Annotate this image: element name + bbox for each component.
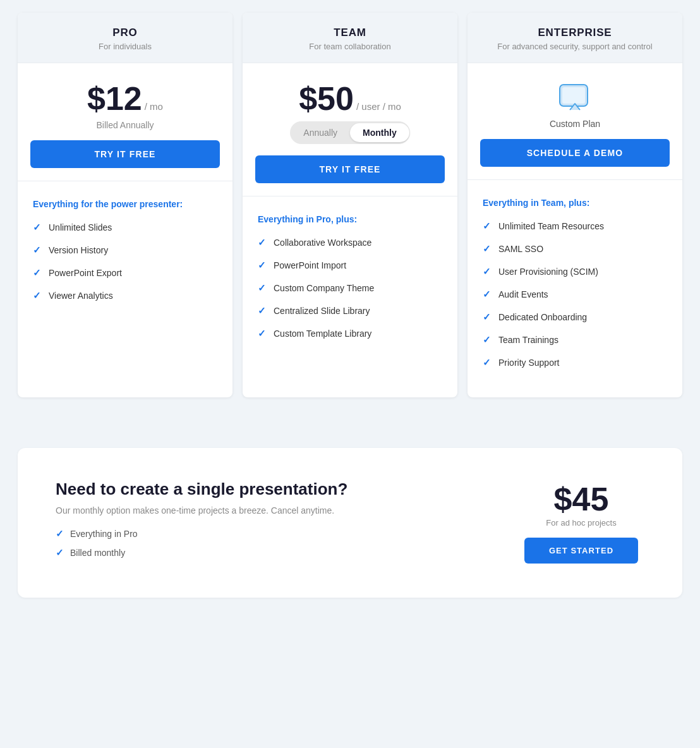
feature-label: Audit Events: [498, 289, 548, 299]
enterprise-icon: [556, 82, 594, 114]
pro-plan-header: PRO For individuals: [18, 13, 232, 63]
team-plan-pricing: $50 / user / mo Annually Monthly TRY IT …: [243, 63, 457, 196]
list-item: ✓ PowerPoint Export: [33, 267, 217, 279]
team-price: $50: [299, 82, 354, 115]
list-item: ✓ Audit Events: [483, 289, 667, 300]
list-item: ✓ Collaborative Workspace: [258, 237, 442, 248]
pro-billing: Billed Annually: [30, 120, 220, 130]
single-right: $45 For ad hoc projects GET STARTED: [518, 483, 644, 564]
feature-label: PowerPoint Export: [49, 268, 122, 278]
check-icon: ✓: [258, 237, 266, 248]
list-item: ✓ Billed monthly: [56, 547, 518, 558]
bottom-section: Need to create a single presentation? Ou…: [0, 410, 700, 623]
check-icon: ✓: [483, 266, 491, 277]
feature-label: Custom Template Library: [274, 329, 371, 339]
list-item: ✓ Unlimited Slides: [33, 222, 217, 233]
check-icon: ✓: [483, 220, 491, 232]
pro-plan-name: PRO: [30, 27, 220, 39]
check-icon: ✓: [483, 334, 491, 346]
check-icon: ✓: [258, 282, 266, 294]
feature-label: Centralized Slide Library: [274, 306, 370, 316]
list-item: ✓ User Provisioning (SCIM): [483, 266, 667, 277]
pro-plan-pricing: $12 / mo Billed Annually TRY IT FREE: [18, 63, 232, 181]
team-plan-header: TEAM For team collaboration: [243, 13, 457, 63]
feature-label: PowerPoint Import: [274, 260, 346, 270]
feature-label: SAML SSO: [498, 244, 543, 254]
team-plan-name: TEAM: [255, 27, 445, 39]
pro-cta-button[interactable]: TRY IT FREE: [30, 140, 220, 168]
check-icon: ✓: [56, 528, 64, 540]
check-icon: ✓: [33, 244, 41, 256]
list-item: ✓ Unlimited Team Resources: [483, 220, 667, 232]
list-item: ✓ Centralized Slide Library: [258, 305, 442, 317]
get-started-button[interactable]: GET STARTED: [524, 538, 638, 564]
check-icon: ✓: [33, 222, 41, 233]
pro-features-title: Everything for the power presenter:: [33, 199, 217, 209]
check-icon: ✓: [33, 290, 41, 301]
feature-label: Collaborative Workspace: [274, 238, 371, 248]
check-icon: ✓: [33, 267, 41, 279]
list-item: ✓ Viewer Analytics: [33, 290, 217, 301]
feature-label: Team Trainings: [498, 335, 558, 345]
pro-plan-card: PRO For individuals $12 / mo Billed Annu…: [18, 13, 232, 397]
single-presentation-desc: Our monthly option makes one-time projec…: [56, 505, 518, 516]
single-left: Need to create a single presentation? Ou…: [56, 480, 518, 566]
single-price: $45: [518, 483, 644, 516]
check-icon: ✓: [258, 328, 266, 339]
pro-features: Everything for the power presenter: ✓ Un…: [18, 181, 232, 330]
list-item: ✓ Team Trainings: [483, 334, 667, 346]
list-item: ✓ Everything in Pro: [56, 528, 518, 540]
check-icon: ✓: [483, 311, 491, 323]
list-item: ✓ SAML SSO: [483, 243, 667, 255]
team-plan-desc: For team collaboration: [255, 42, 445, 51]
check-icon: ✓: [258, 305, 266, 317]
list-item: ✓ Dedicated Onboarding: [483, 311, 667, 323]
enterprise-features-title: Everything in Team, plus:: [483, 198, 667, 208]
billing-toggle[interactable]: Annually Monthly: [290, 121, 410, 144]
pro-plan-desc: For individuals: [30, 42, 220, 51]
feature-label: Version History: [49, 245, 108, 255]
pro-price-unit: / mo: [145, 101, 163, 112]
check-icon: ✓: [258, 260, 266, 271]
single-presentation-title: Need to create a single presentation?: [56, 480, 518, 499]
list-item: ✓ Version History: [33, 244, 217, 256]
feature-label: Dedicated Onboarding: [498, 312, 587, 322]
single-features-list: ✓ Everything in Pro ✓ Billed monthly: [56, 528, 518, 558]
feature-label: Unlimited Team Resources: [498, 221, 604, 231]
enterprise-plan-pricing: Custom Plan SCHEDULE A DEMO: [468, 63, 682, 180]
enterprise-features: Everything in Team, plus: ✓ Unlimited Te…: [468, 180, 682, 397]
feature-label: Custom Company Theme: [274, 283, 374, 293]
enterprise-plan-desc: For advanced security, support and contr…: [480, 42, 670, 51]
enterprise-plan-header: ENTERPRISE For advanced security, suppor…: [468, 13, 682, 63]
list-item: ✓ Priority Support: [483, 357, 667, 368]
team-features-title: Everything in Pro, plus:: [258, 214, 442, 224]
enterprise-plan-card: ENTERPRISE For advanced security, suppor…: [468, 13, 682, 397]
feature-label: Everything in Pro: [70, 529, 138, 539]
list-item: ✓ Custom Template Library: [258, 328, 442, 339]
list-item: ✓ Custom Company Theme: [258, 282, 442, 294]
svg-rect-1: [562, 87, 585, 104]
custom-plan-label: Custom Plan: [480, 119, 670, 129]
feature-label: User Provisioning (SCIM): [498, 267, 598, 277]
team-features: Everything in Pro, plus: ✓ Collaborative…: [243, 196, 457, 368]
feature-label: Unlimited Slides: [49, 222, 112, 232]
check-icon: ✓: [483, 357, 491, 368]
check-icon: ✓: [56, 547, 64, 558]
check-icon: ✓: [483, 289, 491, 300]
enterprise-cta-button[interactable]: SCHEDULE A DEMO: [480, 139, 670, 167]
check-icon: ✓: [483, 243, 491, 255]
enterprise-plan-name: ENTERPRISE: [480, 27, 670, 39]
pro-price: $12: [87, 82, 142, 115]
team-price-unit: / user / mo: [356, 101, 401, 112]
feature-label: Viewer Analytics: [49, 291, 113, 301]
toggle-monthly[interactable]: Monthly: [350, 123, 409, 142]
team-plan-card: TEAM For team collaboration $50 / user /…: [243, 13, 457, 397]
single-price-desc: For ad hoc projects: [518, 518, 644, 528]
toggle-annually[interactable]: Annually: [291, 123, 350, 142]
single-presentation-card: Need to create a single presentation? Ou…: [18, 448, 682, 598]
pricing-section: PRO For individuals $12 / mo Billed Annu…: [0, 0, 700, 410]
list-item: ✓ PowerPoint Import: [258, 260, 442, 271]
feature-label: Priority Support: [498, 358, 559, 368]
team-cta-button[interactable]: TRY IT FREE: [255, 155, 445, 183]
feature-label: Billed monthly: [70, 548, 125, 558]
